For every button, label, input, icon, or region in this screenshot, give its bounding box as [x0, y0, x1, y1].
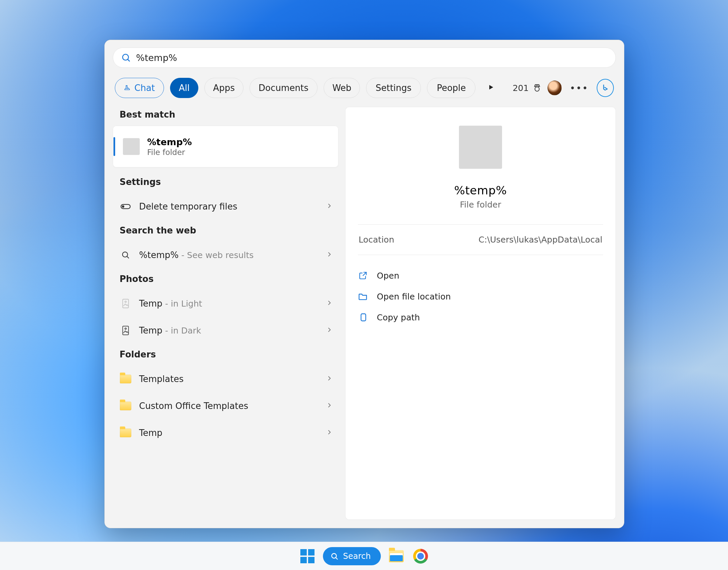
- photos-item-1[interactable]: Temp - in Light: [113, 290, 338, 317]
- taskbar-search-button[interactable]: Search: [323, 547, 381, 565]
- photos-item-suffix: - in Dark: [162, 326, 201, 336]
- svg-line-14: [336, 558, 337, 559]
- location-value: C:\Users\lukas\AppData\Local: [478, 235, 602, 245]
- folder-label: Templates: [139, 374, 184, 384]
- folder-thumb-icon: [123, 138, 140, 155]
- section-best-match: Best match: [113, 107, 338, 126]
- folder-icon: [120, 375, 132, 383]
- photos-item-name: Temp: [139, 325, 162, 336]
- folder-item-custom-office-templates[interactable]: Custom Office Templates: [113, 392, 338, 419]
- search-flyout: Chat All Apps Documents Web Settings Peo…: [104, 40, 624, 528]
- filter-settings[interactable]: Settings: [366, 78, 421, 98]
- web-query-text: %temp%: [139, 250, 178, 260]
- folder-item-templates[interactable]: Templates: [113, 366, 338, 392]
- section-folders: Folders: [113, 347, 338, 366]
- filter-people[interactable]: People: [427, 78, 475, 98]
- action-open[interactable]: Open: [358, 265, 603, 286]
- folder-open-icon: [358, 292, 368, 300]
- section-photos: Photos: [113, 271, 338, 290]
- svg-point-8: [125, 301, 126, 302]
- action-open-label: Open: [377, 271, 399, 281]
- photos-item-suffix: - in Light: [162, 299, 202, 309]
- settings-item-delete-temp[interactable]: Delete temporary files: [113, 193, 338, 220]
- windows-logo-icon: [300, 549, 315, 563]
- chevron-right-icon: [326, 300, 332, 307]
- photos-item-name: Temp: [139, 298, 162, 309]
- chevron-right-icon: [326, 251, 332, 259]
- filter-web[interactable]: Web: [324, 78, 360, 98]
- bing-chat-icon: [124, 84, 130, 92]
- filter-apps[interactable]: Apps: [204, 78, 243, 98]
- svg-point-4: [122, 206, 124, 208]
- more-filters-arrow[interactable]: [482, 84, 500, 92]
- more-menu-button[interactable]: •••: [568, 81, 591, 96]
- preview-location-row: Location C:\Users\lukas\AppData\Local: [358, 225, 603, 255]
- svg-point-2: [535, 87, 539, 91]
- best-match-type: File folder: [147, 148, 192, 157]
- taskbar-search-label: Search: [343, 551, 371, 561]
- chevron-right-icon: [326, 203, 332, 210]
- chevron-right-icon: [326, 402, 332, 410]
- preview-title: %temp%: [358, 184, 603, 197]
- chevron-right-icon: [326, 429, 332, 437]
- rewards-points[interactable]: 201: [512, 83, 541, 93]
- best-match-item[interactable]: %temp% File folder: [113, 126, 338, 167]
- action-open-location-label: Open file location: [377, 292, 451, 302]
- svg-point-5: [123, 252, 128, 257]
- search-icon: [120, 251, 132, 259]
- file-explorer-icon: [389, 550, 404, 562]
- user-avatar[interactable]: [548, 81, 562, 95]
- chrome-icon: [413, 549, 428, 564]
- location-label: Location: [359, 235, 394, 245]
- chevron-right-icon: [326, 327, 332, 334]
- search-bar[interactable]: [113, 48, 616, 68]
- taskbar: Search: [0, 542, 728, 570]
- bing-icon: [601, 84, 609, 92]
- chat-pill-label: Chat: [134, 83, 155, 93]
- settings-item-label: Delete temporary files: [139, 201, 237, 212]
- folder-icon: [120, 429, 132, 437]
- svg-point-10: [125, 328, 126, 329]
- chat-pill[interactable]: Chat: [115, 78, 164, 98]
- best-match-title: %temp%: [147, 137, 192, 147]
- folder-label: Custom Office Templates: [139, 401, 248, 411]
- copy-icon: [358, 313, 368, 322]
- play-icon: [488, 84, 494, 91]
- bing-button[interactable]: [597, 79, 614, 97]
- filter-documents[interactable]: Documents: [250, 78, 318, 98]
- action-copy-path[interactable]: Copy path: [358, 307, 603, 328]
- search-filters: Chat All Apps Documents Web Settings Peo…: [113, 78, 616, 98]
- action-open-location[interactable]: Open file location: [358, 286, 603, 307]
- search-icon: [121, 53, 131, 62]
- preview-pane: %temp% File folder Location C:\Users\luk…: [345, 107, 616, 520]
- file-explorer-button[interactable]: [388, 547, 405, 565]
- svg-line-6: [127, 256, 129, 258]
- folder-label: Temp: [139, 428, 162, 438]
- start-button[interactable]: [299, 547, 316, 565]
- rewards-count: 201: [512, 83, 529, 93]
- web-search-item[interactable]: %temp% - See web results: [113, 242, 338, 268]
- storage-icon: [120, 203, 132, 210]
- folder-icon: [120, 402, 132, 410]
- search-icon: [330, 552, 338, 560]
- section-settings: Settings: [113, 174, 338, 193]
- preview-thumb-icon: [459, 126, 502, 169]
- preview-type: File folder: [358, 200, 603, 210]
- photos-item-2[interactable]: Temp - in Dark: [113, 317, 338, 344]
- folder-item-temp[interactable]: Temp: [113, 419, 338, 446]
- svg-rect-9: [123, 326, 128, 335]
- svg-rect-7: [123, 299, 128, 308]
- chrome-button[interactable]: [412, 547, 429, 565]
- open-icon: [358, 271, 368, 280]
- results-column: Best match %temp% File folder Settings D…: [113, 107, 338, 520]
- web-suffix: - See web results: [178, 250, 254, 260]
- section-search-web: Search the web: [113, 223, 338, 242]
- svg-line-1: [128, 59, 129, 61]
- search-input[interactable]: [136, 53, 607, 63]
- chevron-right-icon: [326, 375, 332, 383]
- medal-icon: [533, 83, 541, 93]
- action-copy-path-label: Copy path: [377, 313, 420, 322]
- filter-all[interactable]: All: [170, 78, 199, 98]
- image-icon: [120, 326, 132, 335]
- image-icon: [120, 299, 132, 308]
